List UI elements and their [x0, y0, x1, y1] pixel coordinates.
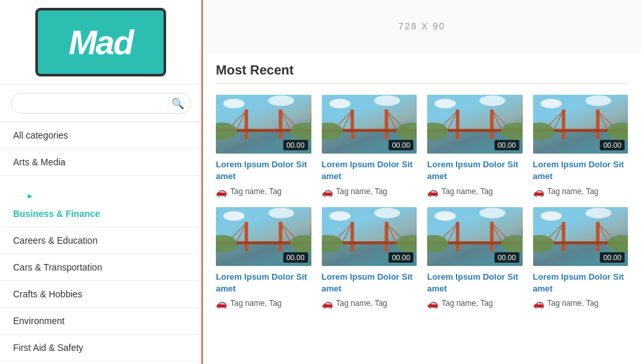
- video-title: Lorem Ipsum Dolor Sit amet: [216, 159, 311, 182]
- sidebar-item-food-drink[interactable]: Food & Drink: [0, 361, 201, 364]
- sidebar-item-environment[interactable]: Environment: [0, 308, 201, 335]
- search-area: 🔍: [0, 85, 201, 122]
- video-card-8[interactable]: 00.00 Lorem Ipsum Dolor Sit amet 🚗 Tag n…: [533, 207, 629, 309]
- search-wrapper: 🔍: [10, 93, 191, 114]
- content-area: Most Recent: [203, 52, 641, 319]
- video-tags: Tag name, Tag: [547, 187, 599, 196]
- video-card-1[interactable]: 00.00 Lorem Ipsum Dolor Sit amet 🚗 Tag n…: [216, 95, 311, 197]
- sidebar-item-cars-transportation[interactable]: Cars & Transportation: [0, 254, 201, 281]
- video-meta: 🚗 Tag name, Tag: [322, 298, 417, 308]
- tag-icon: 🚗: [427, 298, 438, 308]
- video-card-4[interactable]: 00.00 Lorem Ipsum Dolor Sit amet 🚗 Tag n…: [533, 95, 629, 197]
- duration-badge: 00.00: [283, 140, 308, 150]
- duration-badge: 00.00: [283, 252, 308, 263]
- tag-icon: 🚗: [427, 186, 438, 197]
- video-meta: 🚗 Tag name, Tag: [533, 186, 629, 197]
- svg-point-16: [329, 99, 350, 108]
- duration-badge: 00.00: [494, 252, 519, 263]
- video-meta: 🚗 Tag name, Tag: [533, 298, 629, 308]
- nav-list: All categoriesArts & Media►Business & Fi…: [0, 122, 201, 364]
- video-tags: Tag name, Tag: [442, 187, 493, 196]
- thumbnail-wrap: 00.00: [216, 95, 311, 154]
- duration-badge: 00.00: [600, 140, 625, 150]
- main-content: 728 X 90 Most Recent: [203, 0, 641, 364]
- search-button[interactable]: 🔍: [171, 97, 184, 110]
- sidebar-item-crafts-hobbies[interactable]: Crafts & Hobbies: [0, 281, 201, 308]
- svg-point-47: [585, 95, 611, 106]
- search-input[interactable]: [10, 93, 191, 114]
- svg-point-62: [268, 207, 294, 218]
- duration-badge: 00.00: [389, 252, 413, 263]
- video-tags: Tag name, Tag: [230, 299, 282, 308]
- video-tags: Tag name, Tag: [547, 299, 599, 308]
- sidebar-item-label-crafts-hobbies: Crafts & Hobbies: [0, 281, 201, 307]
- sidebar-item-arts-media[interactable]: Arts & Media: [0, 149, 201, 176]
- video-meta: 🚗 Tag name, Tag: [216, 186, 311, 197]
- tag-icon: 🚗: [216, 186, 227, 197]
- video-card-3[interactable]: 00.00 Lorem Ipsum Dolor Sit amet 🚗 Tag n…: [427, 95, 523, 197]
- video-title: Lorem Ipsum Dolor Sit amet: [533, 159, 629, 182]
- sidebar-item-careers-education[interactable]: Careers & Education: [0, 227, 201, 254]
- svg-point-61: [223, 211, 244, 220]
- svg-point-91: [434, 211, 455, 220]
- video-title: Lorem Ipsum Dolor Sit amet: [322, 271, 417, 295]
- ad-banner: 728 X 90: [203, 0, 641, 52]
- video-title: Lorem Ipsum Dolor Sit amet: [427, 159, 523, 182]
- svg-point-106: [540, 211, 561, 220]
- video-title: Lorem Ipsum Dolor Sit amet: [322, 159, 417, 182]
- video-card-2[interactable]: 00.00 Lorem Ipsum Dolor Sit amet 🚗 Tag n…: [322, 95, 417, 197]
- svg-point-2: [268, 95, 294, 106]
- thumbnail-wrap: 00.00: [216, 207, 311, 266]
- ad-banner-label: 728 X 90: [398, 21, 445, 31]
- video-title: Lorem Ipsum Dolor Sit amet: [427, 271, 523, 295]
- svg-point-77: [373, 207, 400, 218]
- thumbnail-wrap: 00.00: [533, 207, 629, 266]
- svg-point-107: [585, 207, 611, 218]
- video-card-6[interactable]: 00.00 Lorem Ipsum Dolor Sit amet 🚗 Tag n…: [322, 207, 417, 309]
- tag-icon: 🚗: [533, 186, 544, 197]
- svg-point-31: [434, 99, 455, 108]
- video-tags: Tag name, Tag: [336, 299, 388, 308]
- video-meta: 🚗 Tag name, Tag: [322, 186, 417, 197]
- video-title: Lorem Ipsum Dolor Sit amet: [533, 271, 629, 295]
- sidebar-item-label-first-aid-safety: First Aid & Safety: [0, 335, 201, 361]
- video-meta: 🚗 Tag name, Tag: [216, 298, 311, 308]
- sidebar-item-label-business-finance: ►Business & Finance: [0, 176, 201, 227]
- video-meta: 🚗 Tag name, Tag: [427, 186, 523, 197]
- tag-icon: 🚗: [533, 298, 544, 308]
- section-title: Most Recent: [216, 63, 628, 84]
- video-meta: 🚗 Tag name, Tag: [427, 298, 523, 308]
- video-card-7[interactable]: 00.00 Lorem Ipsum Dolor Sit amet 🚗 Tag n…: [427, 207, 523, 309]
- svg-point-46: [540, 99, 561, 108]
- sidebar-item-label-cars-transportation: Cars & Transportation: [0, 254, 201, 280]
- arrow-icon: ►: [13, 184, 186, 208]
- svg-point-76: [329, 211, 350, 220]
- sidebar-item-all-categories[interactable]: All categories: [0, 122, 201, 149]
- video-tags: Tag name, Tag: [336, 187, 388, 196]
- sidebar-item-label-environment: Environment: [0, 308, 201, 334]
- video-tags: Tag name, Tag: [230, 187, 282, 196]
- tag-icon: 🚗: [322, 298, 333, 308]
- svg-point-1: [223, 99, 244, 108]
- duration-badge: 00.00: [494, 140, 519, 150]
- tag-icon: 🚗: [322, 186, 333, 197]
- sidebar-item-label-all-categories: All categories: [0, 122, 201, 148]
- thumbnail-wrap: 00.00: [533, 95, 629, 154]
- logo-box: Mad: [35, 8, 166, 76]
- duration-badge: 00.00: [600, 252, 625, 263]
- logo-area: Mad: [0, 0, 201, 85]
- svg-point-92: [479, 207, 506, 218]
- tag-icon: 🚗: [216, 298, 227, 308]
- sidebar-item-first-aid-safety[interactable]: First Aid & Safety: [0, 335, 201, 361]
- sidebar-item-business-finance[interactable]: ►Business & Finance: [0, 176, 201, 227]
- sidebar: Mad 🔍 All categoriesArts & Media►Busines…: [0, 0, 203, 364]
- video-card-5[interactable]: 00.00 Lorem Ipsum Dolor Sit amet 🚗 Tag n…: [216, 207, 311, 309]
- video-tags: Tag name, Tag: [442, 299, 493, 308]
- duration-badge: 00.00: [389, 140, 413, 150]
- sidebar-item-label-careers-education: Careers & Education: [0, 227, 201, 254]
- video-grid: 00.00 Lorem Ipsum Dolor Sit amet 🚗 Tag n…: [216, 95, 628, 308]
- sidebar-item-label-arts-media: Arts & Media: [0, 149, 201, 175]
- svg-point-32: [479, 95, 506, 106]
- thumbnail-wrap: 00.00: [427, 207, 523, 266]
- logo-text: Mad: [69, 23, 133, 62]
